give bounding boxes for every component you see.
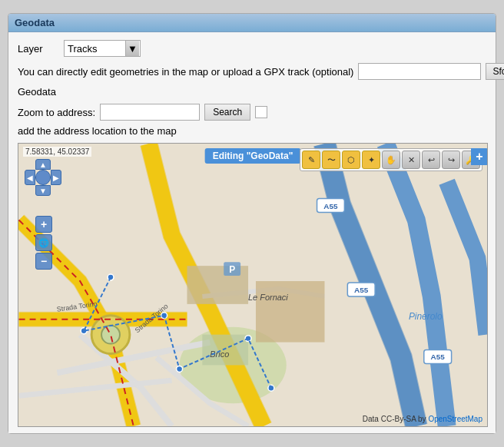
- nav-control: ▲ ◀ ▶ ▼ + 🌐 −: [25, 159, 61, 196]
- draw-polygon-button[interactable]: ⬡: [342, 151, 360, 169]
- zoom-controls: + 🌐 −: [35, 216, 52, 270]
- add-address-label: add the address location to the map: [18, 125, 486, 137]
- sfoglia-button[interactable]: Sfoglia...: [486, 63, 504, 80]
- map-plus-button[interactable]: +: [471, 148, 488, 165]
- zoom-row: Zoom to address: Search: [18, 104, 486, 121]
- nav-up-button[interactable]: ▲: [35, 159, 51, 170]
- svg-rect-4: [256, 281, 325, 343]
- undo-button[interactable]: ↩: [422, 151, 440, 169]
- edit-label: Editing "GeoData": [205, 148, 301, 164]
- zoom-address-input[interactable]: [100, 104, 200, 121]
- layer-label: Layer: [18, 43, 64, 55]
- pan-button[interactable]: ✋: [382, 151, 400, 169]
- gpx-description: You can directly edit geometries in the …: [18, 66, 353, 78]
- draw-star-button[interactable]: ✦: [362, 151, 380, 169]
- delete-button[interactable]: ✕: [402, 151, 420, 169]
- layer-select[interactable]: Tracks: [64, 40, 141, 57]
- zoom-out-button[interactable]: −: [35, 253, 52, 270]
- svg-text:P: P: [229, 264, 235, 275]
- nav-down-button[interactable]: ▼: [35, 185, 51, 196]
- geodata-panel: Geodata Layer Tracks ▼ You can directly …: [8, 13, 496, 434]
- nav-left-button[interactable]: ◀: [25, 170, 35, 185]
- map-svg: A55 A55 A55 Le Fornaci Brico Pinerolo St…: [18, 144, 487, 426]
- zoom-in-button[interactable]: +: [35, 216, 52, 233]
- svg-text:Le Fornaci: Le Fornaci: [248, 293, 288, 302]
- panel-body: Layer Tracks ▼ You can directly edit geo…: [8, 32, 496, 433]
- nav-cross: ▲ ◀ ▶ ▼: [25, 159, 61, 196]
- svg-point-25: [268, 385, 274, 391]
- layer-row: Layer Tracks ▼: [18, 40, 486, 57]
- zoom-label: Zoom to address:: [18, 107, 95, 118]
- redo-button[interactable]: ↪: [442, 151, 460, 169]
- map-toolbar: ✎ 〜 ⬡ ✦ ✋ ✕ ↩ ↪ 🔑: [300, 148, 482, 171]
- geodata-label: Geodata: [18, 86, 486, 98]
- search-button[interactable]: Search: [204, 104, 250, 121]
- layer-select-wrapper: Tracks ▼: [64, 40, 141, 57]
- map-checkbox[interactable]: [255, 106, 267, 118]
- draw-line-button[interactable]: 〜: [322, 151, 340, 169]
- svg-point-6: [101, 326, 120, 344]
- globe-button[interactable]: 🌐: [35, 234, 52, 251]
- nav-right-button[interactable]: ▶: [51, 170, 61, 185]
- map-coordinates: 7.58331, 45.02337: [23, 147, 91, 157]
- attribution-prefix: Data CC-By-SA by: [363, 415, 429, 423]
- svg-text:Pinerolo: Pinerolo: [409, 311, 443, 322]
- panel-header: Geodata: [8, 14, 496, 32]
- svg-text:A55: A55: [323, 202, 338, 210]
- panel-title: Geodata: [15, 17, 55, 28]
- attribution-link[interactable]: OpenStreetMap: [428, 415, 482, 423]
- map-attribution: Data CC-By-SA by OpenStreetMap: [363, 415, 482, 423]
- draw-point-button[interactable]: ✎: [302, 151, 320, 169]
- gpx-input[interactable]: [358, 63, 481, 80]
- map-container[interactable]: A55 A55 A55 Le Fornaci Brico Pinerolo St…: [18, 143, 488, 427]
- nav-center-button[interactable]: [35, 170, 51, 185]
- svg-text:A55: A55: [431, 353, 446, 361]
- gpx-row: You can directly edit geometries in the …: [18, 63, 486, 80]
- svg-text:A55: A55: [354, 286, 369, 294]
